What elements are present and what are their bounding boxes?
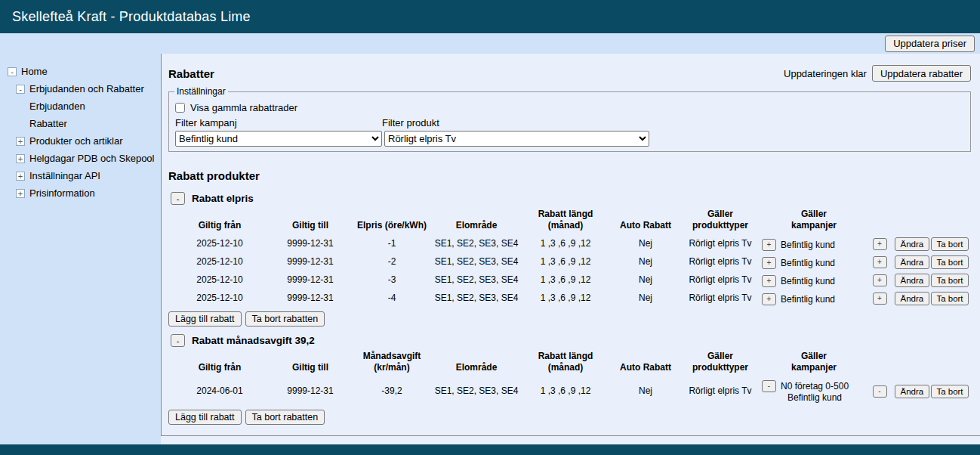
rebate-table-elpris: Giltig från Giltig till Elpris (öre/kWh)… xyxy=(168,207,969,308)
cell-auto-rabatt: Nej xyxy=(612,235,679,253)
col-produkttyper: Gäller produkttyper xyxy=(679,207,762,235)
cell-kampanjer: Befintlig kund xyxy=(781,239,835,251)
add-rebate-button[interactable]: Lägg till rabatt xyxy=(168,410,242,425)
tree-expand-icon[interactable]: + xyxy=(16,172,25,181)
cell-rabatt-langd: 1 ,3 ,6 ,9 ,12 xyxy=(519,235,612,253)
cell-produkttyper: Rörligt elpris Tv xyxy=(679,377,762,406)
edit-button[interactable]: Ändra xyxy=(895,385,929,398)
tree-expand-icon[interactable]: + xyxy=(16,154,25,163)
cell-elpris: -3 xyxy=(350,271,434,289)
sidebar-item-label[interactable]: Inställningar API xyxy=(29,171,100,181)
cell-manadsavgift: -39,2 xyxy=(350,377,434,406)
sidebar-item-label[interactable]: Prisinformation xyxy=(29,188,95,198)
cell-giltig-till: 9999-12-31 xyxy=(271,289,350,308)
cell-giltig-fran: 2025-12-10 xyxy=(168,253,271,271)
kampanj-collapse-button[interactable]: - xyxy=(762,380,776,392)
update-rebates-button[interactable]: Uppdatera rabatter xyxy=(872,65,971,82)
cell-rabatt-langd: 1 ,3 ,6 ,9 ,12 xyxy=(519,271,612,289)
sidebar-item-label[interactable]: Home xyxy=(21,67,48,76)
show-old-rebates-checkbox[interactable] xyxy=(175,103,185,113)
remove-rebate-button[interactable]: Ta bort rabatten xyxy=(245,311,325,327)
cell-elomrade: SE1, SE2, SE3, SE4 xyxy=(434,271,519,289)
remove-rebate-button[interactable]: Ta bort rabatten xyxy=(245,410,325,425)
sidebar-item-label[interactable]: Helgdagar PDB och Skepool xyxy=(29,153,155,163)
delete-button[interactable]: Ta bort xyxy=(931,274,969,287)
filter-product-select[interactable]: Rörligt elpris Tv xyxy=(384,131,649,147)
kampanj-expand-button[interactable]: + xyxy=(762,257,776,269)
cell-giltig-till: 9999-12-31 xyxy=(271,271,350,289)
cell-giltig-fran: 2025-12-10 xyxy=(168,289,271,308)
update-prices-button[interactable]: Uppdatera priser xyxy=(885,36,975,52)
row-expand-button[interactable]: + xyxy=(873,238,887,250)
cell-giltig-fran: 2025-12-10 xyxy=(168,235,271,253)
delete-button[interactable]: Ta bort xyxy=(931,385,969,398)
cell-giltig-fran: 2024-06-01 xyxy=(168,377,271,406)
col-manadsavgift: Månadsavgift (kr/mån) xyxy=(350,349,434,377)
col-produkttyper: Gäller produkttyper xyxy=(679,349,762,377)
sidebar-item-home[interactable]: - Home xyxy=(0,67,161,76)
sidebar-item-prisinformation[interactable]: + Prisinformation xyxy=(0,188,161,198)
sidebar-item-label[interactable]: Erbjudanden xyxy=(29,101,85,111)
tree-collapse-icon[interactable]: - xyxy=(8,67,17,76)
sidebar-item-erbjudanden[interactable]: Erbjudanden xyxy=(0,101,161,111)
row-expand-button[interactable]: + xyxy=(873,274,887,286)
section-collapse-button[interactable]: - xyxy=(171,334,185,347)
tree-expand-icon[interactable]: + xyxy=(16,137,25,146)
filter-campaign-label: Filter kampanj xyxy=(175,117,382,128)
show-old-rebates-label: Visa gammla rabattrader xyxy=(190,102,297,113)
sidebar-item-label[interactable]: Rabatter xyxy=(29,119,67,128)
col-kampanjer: Gäller kampanjer xyxy=(762,207,866,235)
cell-elomrade: SE1, SE2, SE3, SE4 xyxy=(434,235,519,253)
tree-expand-icon[interactable]: + xyxy=(16,189,25,198)
content-panel: Rabatter Uppdateringen klar Uppdatera ra… xyxy=(161,54,980,436)
col-giltig-till: Giltig till xyxy=(271,207,350,235)
sidebar-item-label[interactable]: Produkter och artiklar xyxy=(29,136,123,146)
kampanj-expand-button[interactable]: + xyxy=(762,275,776,287)
table-row: 2025-12-10 9999-12-31 -1 SE1, SE2, SE3, … xyxy=(168,235,969,253)
row-expand-button[interactable]: + xyxy=(873,292,887,305)
table-header-row: Giltig från Giltig till Elpris (öre/kWh)… xyxy=(168,207,969,235)
delete-button[interactable]: Ta bort xyxy=(931,292,969,305)
cell-giltig-till: 9999-12-31 xyxy=(271,377,350,406)
tree-collapse-icon[interactable]: - xyxy=(16,85,25,94)
cell-kampanjer: Befintlig kund xyxy=(781,275,835,287)
edit-button[interactable]: Ändra xyxy=(895,255,929,269)
cell-auto-rabatt: Nej xyxy=(612,289,679,308)
cell-produkttyper: Rörligt elpris Tv xyxy=(679,289,762,308)
col-giltig-fran: Giltig från xyxy=(168,349,271,377)
cell-elpris: -4 xyxy=(350,289,434,308)
edit-button[interactable]: Ändra xyxy=(895,274,929,287)
edit-button[interactable]: Ändra xyxy=(895,292,929,305)
sidebar-item-erbjudanden-och-rabatter[interactable]: - Erbjudanden och Rabatter xyxy=(0,84,161,94)
col-giltig-fran: Giltig från xyxy=(168,207,271,235)
status-text: Uppdateringen klar xyxy=(784,68,867,79)
sidebar-item-helgdagar-pdb-och-skepool[interactable]: + Helgdagar PDB och Skepool xyxy=(0,153,161,163)
cell-elomrade: SE1, SE2, SE3, SE4 xyxy=(434,377,519,406)
table-row: 2025-12-10 9999-12-31 -2 SE1, SE2, SE3, … xyxy=(168,253,969,271)
table-row: 2025-12-10 9999-12-31 -3 SE1, SE2, SE3, … xyxy=(168,271,969,289)
cell-elpris: -1 xyxy=(350,235,434,253)
sidebar-item-installningar-api[interactable]: + Inställningar API xyxy=(0,171,161,181)
app-header: Skellefteå Kraft - Produktdatabas Lime xyxy=(0,0,980,33)
delete-button[interactable]: Ta bort xyxy=(931,237,969,251)
sidebar-item-label[interactable]: Erbjudanden och Rabatter xyxy=(29,84,144,94)
row-expand-button[interactable]: + xyxy=(873,256,887,268)
filter-campaign-select[interactable]: Befintlig kund xyxy=(175,131,382,147)
kampanj-expand-button[interactable]: + xyxy=(762,293,776,305)
cell-auto-rabatt: Nej xyxy=(612,377,679,406)
cell-elomrade: SE1, SE2, SE3, SE4 xyxy=(434,253,519,271)
section-collapse-button[interactable]: - xyxy=(171,192,185,205)
filter-product-label: Filter produkt xyxy=(382,117,649,128)
sidebar-item-rabatter[interactable]: Rabatter xyxy=(0,119,161,128)
add-rebate-button[interactable]: Lägg till rabatt xyxy=(168,311,242,327)
delete-button[interactable]: Ta bort xyxy=(931,255,969,269)
col-kampanjer: Gäller kampanjer xyxy=(762,349,866,377)
settings-legend: Inställningar xyxy=(174,86,228,97)
cell-produkttyper: Rörligt elpris Tv xyxy=(679,271,762,289)
sidebar-item-produkter-och-artiklar[interactable]: + Produkter och artiklar xyxy=(0,136,161,146)
products-section-title: Rabatt produkter xyxy=(168,169,971,182)
row-collapse-button[interactable]: - xyxy=(873,385,887,398)
kampanj-expand-button[interactable]: + xyxy=(762,239,776,251)
edit-button[interactable]: Ändra xyxy=(895,237,929,251)
table-header-row: Giltig från Giltig till Månadsavgift (kr… xyxy=(168,349,969,377)
